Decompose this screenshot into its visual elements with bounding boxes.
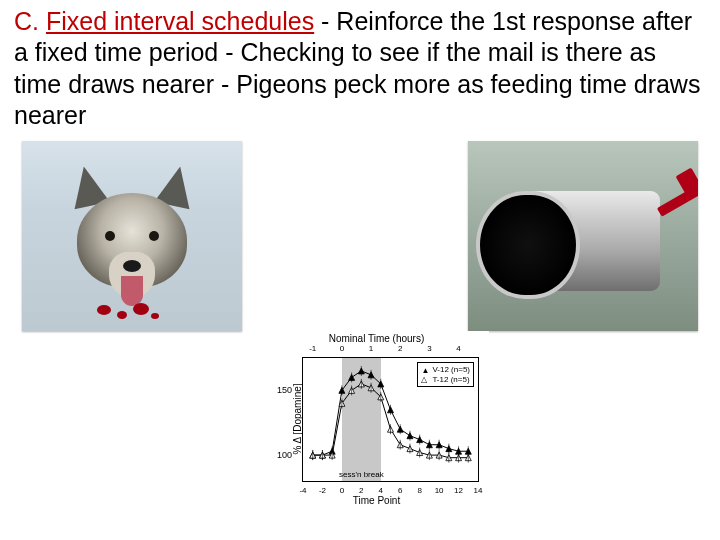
image-row: Nominal Time (hours) % Δ [Dopamine] Time… bbox=[14, 141, 706, 521]
heading-lead-letter: C. bbox=[14, 7, 39, 35]
chart-legend: ▲ V-12 (n=5) △ T-12 (n=5) bbox=[417, 362, 474, 387]
mailbox-illustration bbox=[480, 181, 680, 311]
heading-text: C. Fixed interval schedules - Reinforce … bbox=[14, 6, 706, 131]
chart-top-axis-label: Nominal Time (hours) bbox=[264, 333, 489, 344]
mailbox-image bbox=[468, 141, 698, 331]
dopamine-chart: Nominal Time (hours) % Δ [Dopamine] Time… bbox=[264, 331, 489, 506]
slide: C. Fixed interval schedules - Reinforce … bbox=[0, 0, 720, 540]
legend-row: △ T-12 (n=5) bbox=[421, 375, 470, 385]
legend-label: T-12 (n=5) bbox=[432, 375, 469, 385]
legend-label: V-12 (n=5) bbox=[432, 365, 470, 375]
chart-x-axis-label: Time Point bbox=[264, 495, 489, 506]
chart-plot-area: ▲ V-12 (n=5) △ T-12 (n=5) sess'n break 1… bbox=[302, 357, 479, 482]
legend-row: ▲ V-12 (n=5) bbox=[421, 365, 470, 375]
heading-lead-term: Fixed interval schedules bbox=[46, 7, 314, 35]
wolf-image bbox=[22, 141, 242, 331]
wolf-illustration bbox=[52, 171, 212, 321]
legend-marker-icon: ▲ bbox=[421, 366, 429, 374]
legend-marker-icon: △ bbox=[421, 375, 429, 383]
chart-session-break-label: sess'n break bbox=[339, 470, 384, 479]
